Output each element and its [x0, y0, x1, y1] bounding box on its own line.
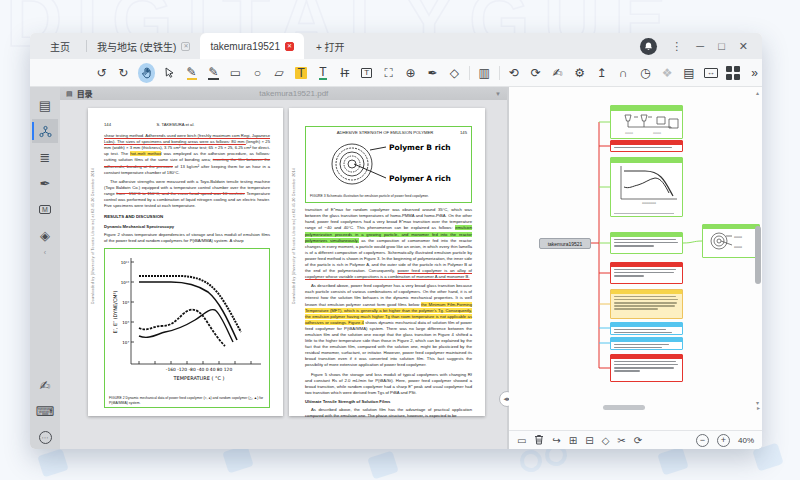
- vertical-scrollbar[interactable]: ▴ ▾: [754, 89, 761, 406]
- text-highlight-icon[interactable]: T: [294, 64, 309, 81]
- scroll-up-icon[interactable]: ▴: [756, 89, 759, 96]
- mindmap-node-note1[interactable]: [610, 140, 683, 152]
- zoom-level: 40%: [738, 436, 754, 445]
- text-underline-icon[interactable]: T: [316, 64, 331, 81]
- open-file-button[interactable]: + 打开: [304, 39, 357, 54]
- chevron-down-icon[interactable]: ▼: [495, 91, 501, 97]
- tab-document-2-label: takemura19521: [210, 41, 280, 52]
- svg-text:Polymer A rich: Polymer A rich: [389, 174, 451, 183]
- tag-label-icon[interactable]: ◈: [32, 223, 58, 247]
- insert-image-icon[interactable]: ⛶: [381, 64, 396, 81]
- highlighter-pen-icon[interactable]: ✎: [184, 64, 199, 81]
- quill-annotation-icon[interactable]: ✒: [32, 171, 58, 195]
- figure3-selection-box[interactable]: ADHESIVE STRENGTH OF EMULSION POLYMER 14…: [305, 126, 472, 203]
- more-tools-icon[interactable]: ⋯: [32, 425, 58, 449]
- mindmap-canvas[interactable]: takemura19521 ▫▫▫▫▫▫▫▫ ▫▫▫▫▫▫▫ ▫▫▫▫▫▫▫▫: [509, 87, 762, 430]
- mindmap-root-node[interactable]: takemura19521: [539, 238, 591, 249]
- assistant-icon[interactable]: ✍: [550, 64, 565, 81]
- redo-icon[interactable]: ↻: [116, 64, 131, 81]
- hand-tool-icon[interactable]: [138, 63, 156, 83]
- notes-panel-icon[interactable]: ▥: [477, 64, 492, 81]
- title-bar: 主页 我与地坛 (史铁生) ✕ takemura19521 ✕ + 打开 ⋮ ─…: [30, 33, 762, 59]
- select-arrow-icon[interactable]: [162, 64, 177, 81]
- fit-width-icon[interactable]: ↔: [703, 64, 718, 81]
- rail-collapse-icon[interactable]: ‹: [44, 249, 46, 256]
- pdf-page-right[interactable]: Downloaded by [University of Toronto Lib…: [289, 108, 485, 416]
- mindmap-node-link1[interactable]: [610, 322, 683, 335]
- eraser-icon[interactable]: ◇: [447, 64, 462, 81]
- undo-secondary-icon[interactable]: ⟲: [506, 64, 521, 81]
- svg-text:10¹¹: 10¹¹: [121, 260, 130, 265]
- export-share-icon[interactable]: ↥: [594, 64, 609, 81]
- figure2-caption: FIGURE 2 Dynamic mechanical data of powe…: [109, 396, 265, 406]
- settings-gear-icon[interactable]: ⚙: [572, 64, 587, 81]
- svg-text:Polymer B rich: Polymer B rich: [389, 143, 451, 152]
- minimize-button[interactable]: ─: [696, 41, 704, 52]
- mindmap-node-note3[interactable]: [610, 354, 683, 382]
- toc-icon[interactable]: ▤: [66, 90, 73, 98]
- mindmap-node-highlight[interactable]: [610, 289, 683, 319]
- zoom-in-button[interactable]: +: [717, 434, 730, 447]
- scrollbar-thumb[interactable]: [755, 226, 761, 284]
- link-globe-icon[interactable]: ⊕: [403, 64, 418, 81]
- horizontal-scrollbar[interactable]: ▸: [509, 404, 752, 411]
- redo-secondary-icon[interactable]: ⟳: [528, 64, 543, 81]
- mindmap-node-text1[interactable]: [610, 232, 683, 254]
- text-box-icon[interactable]: T: [359, 64, 374, 81]
- markdown-note-icon[interactable]: M: [32, 197, 58, 221]
- running-head: ADHESIVE STRENGTH OF EMULSION POLYMER: [337, 130, 434, 136]
- add-sibling-node-icon[interactable]: ⊟: [585, 435, 593, 446]
- hand-mode-icon[interactable]: ✍: [32, 373, 58, 397]
- pdf-view-area[interactable]: Downloaded by [University of Toronto Lib…: [60, 100, 507, 449]
- mindmap-node-figure3[interactable]: ▫▫▫▫▫▫▫▫: [702, 224, 760, 258]
- more-menu-icon[interactable]: ⋮: [671, 41, 682, 52]
- relink-node-icon[interactable]: ↪: [552, 435, 560, 446]
- mindmap-node-figure1[interactable]: ▫▫▫▫▫▫▫▫: [610, 105, 683, 139]
- mindmap-node-figure2[interactable]: ▫▫▫▫▫▫▫: [610, 157, 683, 217]
- figure2-selection-box[interactable]: 10¹¹ 10¹⁰ 10⁹ 10⁸ 10⁷ -160 -120 -80 -40 …: [104, 248, 270, 408]
- style-brush-icon[interactable]: ◇: [602, 435, 610, 446]
- new-node-icon[interactable]: ▭: [517, 435, 526, 446]
- svg-text:10⁸: 10⁸: [122, 320, 129, 325]
- mindmap-panel[interactable]: takemura19521 ▫▫▫▫▫▫▫▫ ▫▫▫▫▫▫▫ ▫▫▫▫▫▫▫▫: [509, 87, 762, 449]
- text-strikethrough-icon[interactable]: Iт: [337, 64, 352, 81]
- close-button[interactable]: ✕: [739, 41, 748, 52]
- tab-document-2-active[interactable]: takemura19521 ✕: [200, 33, 304, 59]
- mindmap-node-note2[interactable]: [610, 262, 683, 284]
- thumbnails-panel-icon[interactable]: ▤: [32, 93, 58, 117]
- maximize-button[interactable]: □: [718, 41, 725, 52]
- tab-document-1[interactable]: 我与地坛 (史铁生) ✕: [87, 33, 200, 59]
- toc-label[interactable]: 目录: [77, 88, 93, 99]
- zoom-out-button[interactable]: −: [696, 434, 709, 447]
- outline-list-icon[interactable]: ≣: [32, 145, 58, 169]
- tab-home[interactable]: 主页: [30, 39, 86, 54]
- paragraph: As described above, the solution film ha…: [305, 407, 472, 419]
- svg-text:10⁹: 10⁹: [122, 300, 129, 305]
- scrollbar-thumb[interactable]: [603, 405, 645, 410]
- tab-close-icon[interactable]: ✕: [181, 42, 190, 51]
- delete-node-icon[interactable]: [534, 434, 544, 447]
- mindmap-panel-icon[interactable]: [32, 119, 58, 143]
- scroll-right-icon[interactable]: ▸: [757, 404, 760, 411]
- pen-icon[interactable]: ✎: [206, 64, 221, 81]
- refresh-layout-icon[interactable]: ⟳: [634, 435, 642, 446]
- rectangle-tool-icon[interactable]: ▭: [228, 64, 243, 81]
- mindmap-node-link2[interactable]: [610, 337, 683, 350]
- polygon-tool-icon[interactable]: ▱: [272, 64, 287, 81]
- left-sidebar: ▤ ≣ ✒ M ◈ ‹ ✍ ⌨ ⋯: [30, 87, 60, 449]
- crop-capture-icon[interactable]: ✂: [617, 435, 625, 446]
- plugin-icon[interactable]: ❖: [660, 64, 675, 81]
- toolbar-overflow-icon[interactable]: »: [747, 64, 762, 81]
- notification-bell-icon[interactable]: [640, 38, 657, 55]
- split-view-icon[interactable]: ▤: [682, 64, 697, 81]
- reader-mode-icon[interactable]: ⌨: [32, 399, 58, 423]
- ellipse-tool-icon[interactable]: ○: [250, 64, 265, 81]
- audio-headset-icon[interactable]: ∩: [616, 64, 631, 81]
- timer-icon[interactable]: ◷: [638, 64, 653, 81]
- tab-close-icon-active[interactable]: ✕: [285, 42, 294, 51]
- grid-view-icon[interactable]: [725, 64, 740, 81]
- undo-icon[interactable]: ↺: [94, 64, 109, 81]
- signature-pen-icon[interactable]: ✒: [425, 64, 440, 81]
- add-child-node-icon[interactable]: ⊞: [569, 435, 577, 446]
- pdf-page-left[interactable]: Downloaded by [University of Toronto Lib…: [88, 108, 283, 416]
